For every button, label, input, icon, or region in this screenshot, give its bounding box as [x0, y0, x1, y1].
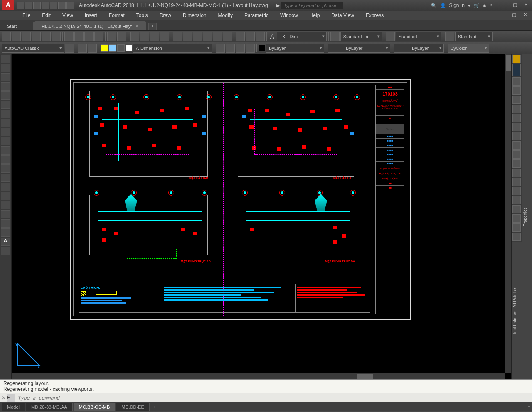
pal-tool15-icon[interactable] — [512, 205, 521, 213]
pal-tool4-icon[interactable] — [512, 105, 521, 113]
minimize-button[interactable]: — — [500, 2, 509, 9]
sheetset-icon[interactable] — [203, 32, 212, 41]
tablestyle-select[interactable]: Standard — [396, 32, 441, 41]
layer-state-icon[interactable] — [88, 44, 97, 53]
markup-icon[interactable] — [213, 32, 222, 41]
menu-modify[interactable]: Modify — [212, 11, 239, 20]
layercur-icon[interactable] — [246, 44, 255, 53]
tab-add-button[interactable]: + — [148, 23, 157, 30]
menu-format[interactable]: Format — [103, 11, 131, 20]
pal-tool1-icon[interactable] — [512, 77, 521, 86]
pal-tool11-icon[interactable] — [512, 169, 521, 177]
tab-close-icon[interactable]: ✕ — [135, 23, 139, 29]
dimstyle-icon[interactable] — [330, 32, 340, 41]
account-icon[interactable]: 👤 — [440, 3, 446, 8]
hatch-icon[interactable] — [246, 32, 255, 41]
menu-draw[interactable]: Draw — [154, 11, 177, 20]
matchprop-icon[interactable] — [94, 32, 103, 41]
pal-tool9-icon[interactable] — [512, 150, 521, 159]
close-button[interactable]: ✕ — [521, 2, 530, 9]
block-icon[interactable] — [236, 32, 245, 41]
block2-icon[interactable] — [1, 174, 10, 182]
exchange-icon[interactable]: 🛒 — [474, 3, 480, 8]
pal-tool8-icon[interactable] — [512, 141, 521, 150]
signin-button[interactable]: Sign In — [449, 2, 465, 8]
tab-active-file[interactable]: HL.LK.1.2-NQ19-24-40...-1 (1) - Layout H… — [34, 21, 145, 30]
new-icon[interactable] — [2, 32, 11, 41]
mleaderstyle-icon[interactable] — [445, 32, 454, 41]
doc-minimize-button[interactable]: — — [499, 12, 508, 19]
pal-tool13-icon[interactable] — [512, 187, 521, 195]
palette-toolpalettes-tab[interactable]: Tool Palettes - All Palettes — [512, 242, 522, 379]
zoomwin-icon[interactable] — [150, 32, 159, 41]
pal-arrow-icon[interactable] — [512, 64, 521, 76]
qat-print-icon[interactable] — [50, 2, 57, 9]
layerprev-icon[interactable] — [226, 44, 235, 53]
app-logo[interactable]: A — [2, 0, 14, 10]
layeriso-icon[interactable] — [216, 44, 225, 53]
qat-new-icon[interactable] — [17, 2, 24, 9]
redo2-icon[interactable] — [117, 32, 126, 41]
line-icon[interactable] — [1, 55, 10, 63]
pal-tool17-icon[interactable] — [512, 223, 521, 232]
pal-tool7-icon[interactable] — [512, 132, 521, 140]
menu-window[interactable]: Window — [274, 11, 304, 20]
menu-dimension[interactable]: Dimension — [177, 11, 212, 20]
maximize-button[interactable]: ▢ — [510, 2, 520, 9]
region-icon[interactable] — [1, 137, 10, 145]
layermatch-icon[interactable] — [236, 44, 245, 53]
menu-dataview[interactable]: Data View — [325, 11, 360, 20]
menu-express[interactable]: Express — [360, 11, 389, 20]
pal-tool12-icon[interactable] — [512, 178, 521, 186]
pline-icon[interactable] — [1, 64, 10, 72]
drawing-canvas[interactable]: XY ■■■ 170103 CHỦ ĐẦU TƯ TẬP ĐOÀN VINGRO… — [12, 54, 511, 379]
insert-icon[interactable] — [1, 164, 10, 173]
quickcalc-icon[interactable] — [223, 32, 232, 41]
pal-tool16-icon[interactable] — [512, 214, 521, 223]
boundary-icon[interactable] — [1, 210, 10, 218]
cut-icon[interactable] — [64, 32, 74, 41]
menu-parametric[interactable]: Parametric — [239, 11, 274, 20]
spline-icon[interactable] — [1, 119, 10, 127]
lineweight-select[interactable]: ByLayer — [328, 44, 390, 53]
toolpalettes-icon[interactable] — [193, 32, 202, 41]
dim-icon[interactable] — [1, 183, 10, 191]
tab-start[interactable]: Start — [2, 22, 34, 30]
workspace-select[interactable]: AutoCAD Classic — [2, 44, 64, 53]
layer-color-swatch[interactable] — [126, 45, 132, 52]
pan-icon[interactable] — [130, 32, 139, 41]
point-icon[interactable] — [1, 128, 10, 136]
scrollbar-vertical[interactable] — [505, 54, 511, 373]
qat-open-icon[interactable] — [25, 2, 32, 9]
qat-saveas-icon[interactable] — [42, 2, 49, 9]
wipeout-icon[interactable] — [1, 219, 10, 228]
qat-save-icon[interactable] — [33, 2, 41, 9]
linetype-select[interactable]: ByLayer — [394, 44, 444, 53]
hatch2-icon[interactable] — [1, 110, 10, 118]
mtext-icon[interactable] — [1, 155, 10, 164]
table-icon[interactable] — [256, 32, 265, 41]
save-icon[interactable] — [22, 32, 31, 41]
search-input[interactable] — [281, 2, 343, 9]
layer-manage-icon[interactable] — [78, 44, 87, 53]
pal-tool10-icon[interactable] — [512, 159, 521, 168]
plot-icon[interactable] — [32, 32, 41, 41]
pal-tool14-icon[interactable] — [512, 196, 521, 204]
workspace-gear-icon[interactable] — [65, 44, 74, 53]
tab-layout-3[interactable]: MC.DD-EE — [116, 403, 149, 411]
arc-icon[interactable] — [1, 82, 10, 91]
tablestyle-icon[interactable] — [386, 32, 395, 41]
tab-model[interactable]: Model — [2, 403, 25, 411]
layer-select[interactable]: A-Dimension — [133, 44, 212, 53]
pal-tool5-icon[interactable] — [512, 114, 521, 122]
menu-help[interactable]: Help — [304, 11, 326, 20]
menu-file[interactable]: File — [17, 11, 36, 20]
text-a-icon[interactable]: A — [1, 238, 10, 246]
color-swatch[interactable] — [259, 45, 265, 52]
pal-tool18-icon[interactable] — [512, 233, 521, 241]
table2-icon[interactable] — [1, 146, 10, 154]
layer-freeze-icon[interactable] — [109, 44, 116, 52]
help-icon[interactable]: ? — [490, 3, 492, 8]
revcloud-icon[interactable] — [1, 228, 10, 237]
command-input[interactable] — [17, 395, 530, 401]
